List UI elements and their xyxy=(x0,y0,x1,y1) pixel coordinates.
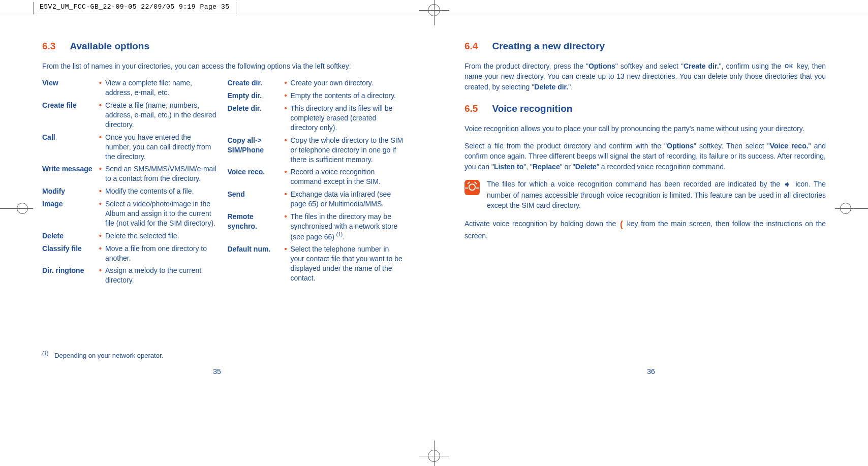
option-term: Write message xyxy=(42,164,99,183)
page-number-right: 36 xyxy=(434,367,868,376)
option-row: Classify fileMove a file from one direct… xyxy=(42,244,219,263)
t: Options xyxy=(667,142,694,150)
call-key-icon: ( xyxy=(620,218,623,231)
speaker-icon xyxy=(784,179,791,190)
paragraph-6-5-2: Select a file from the product directory… xyxy=(464,141,826,172)
option-term: Modify xyxy=(42,187,99,196)
options-col-2: Create dir.Create your own directory.Emp… xyxy=(228,78,404,288)
option-desc: Select a video/photo/image in the Album … xyxy=(99,199,219,228)
option-desc: Once you have entered the number, you ca… xyxy=(99,133,219,162)
t: " a recorded voice recognition command. xyxy=(597,163,726,171)
options-columns: ViewView a complete file: name, address,… xyxy=(42,78,404,288)
option-desc: Create your own directory. xyxy=(285,78,404,88)
option-term: Image xyxy=(42,199,99,228)
option-row: Create fileCreate a file (name, numbers,… xyxy=(42,101,219,130)
option-row: Empty dir.Empty the contents of a direct… xyxy=(228,91,404,101)
t: " or " xyxy=(560,163,575,171)
ok-key-icon: OK xyxy=(785,63,793,71)
option-term: Classify file xyxy=(42,244,99,263)
option-desc: Select the telephone number in your cont… xyxy=(285,244,404,283)
option-desc: Copy the whole directory to the SIM or t… xyxy=(285,136,404,165)
section-number: 6.3 xyxy=(42,41,55,51)
paragraph-6-4: From the product directory, press the "O… xyxy=(464,61,826,92)
section-number: 6.5 xyxy=(464,103,478,114)
t: ", " xyxy=(523,163,533,171)
section-heading-6-4: 6.4Creating a new directory xyxy=(464,41,826,52)
option-row: Dir. ringtoneAssign a melody to the curr… xyxy=(42,266,219,285)
option-term: Empty dir. xyxy=(228,91,285,101)
option-term: Delete dir. xyxy=(228,104,285,133)
option-desc: Assign a melody to the current directory… xyxy=(99,266,219,285)
option-term: Default num. xyxy=(228,244,285,283)
page-36: 6.4Creating a new directory From the pro… xyxy=(434,0,868,466)
section-title: Creating a new directory xyxy=(492,41,605,51)
page-35: 6.3Available options From the list of na… xyxy=(0,0,434,466)
option-desc: Send an SMS/MMS/VMS/IM/e-mail to a conta… xyxy=(99,164,219,183)
option-term: Create dir. xyxy=(228,78,285,88)
option-row: DeleteDelete the selected file. xyxy=(42,231,219,241)
option-desc: This directory and its files will be com… xyxy=(285,104,404,133)
option-row: ImageSelect a video/photo/image in the A… xyxy=(42,199,219,228)
page-number-left: 35 xyxy=(0,367,434,376)
t: Select a file from the product directory… xyxy=(464,142,667,150)
tip-block: The files for which a voice recognition … xyxy=(464,179,826,210)
t: Voice reco. xyxy=(770,142,809,150)
option-row: ModifyModify the contents of a file. xyxy=(42,187,219,196)
option-term: Dir. ringtone xyxy=(42,266,99,285)
t: Delete xyxy=(575,163,597,171)
option-term: Remote synchro. xyxy=(228,212,285,241)
option-row: SendExchange data via infrared (see page… xyxy=(228,190,404,209)
option-term: Send xyxy=(228,190,285,209)
option-desc: Create a file (name, numbers, address, e… xyxy=(99,101,219,130)
t: Listen to xyxy=(494,163,523,171)
footnote: (1)Depending on your network operator. xyxy=(42,351,163,359)
lightbulb-icon xyxy=(464,180,480,195)
option-row: Delete dir.This directory and its files … xyxy=(228,104,404,133)
t: From the product directory, press the " xyxy=(464,62,588,70)
option-term: View xyxy=(42,78,99,98)
t: " softkey and select " xyxy=(615,62,684,70)
option-row: Voice reco.Record a voice recognition co… xyxy=(228,167,404,187)
section-intro: From the list of names in your directori… xyxy=(42,61,404,71)
t: Replace xyxy=(533,163,560,171)
t: Delete dir. xyxy=(534,83,568,91)
option-term: Create file xyxy=(42,101,99,130)
t: Options xyxy=(588,62,615,70)
option-term: Copy all-> SIM/Phone xyxy=(228,136,285,165)
footnote-mark: (1) xyxy=(42,351,48,356)
option-term: Delete xyxy=(42,231,99,241)
option-desc: The files in the directory may be synchr… xyxy=(285,212,404,241)
t: Activate voice recognition by holding do… xyxy=(464,220,619,228)
option-desc: Exchange data via infrared (see page 65)… xyxy=(285,190,404,209)
section-number: 6.4 xyxy=(464,41,478,51)
option-desc: Empty the contents of a directory. xyxy=(285,91,404,101)
section-title: Available options xyxy=(70,41,149,51)
option-term: Call xyxy=(42,133,99,162)
option-term: Voice reco. xyxy=(228,167,285,187)
section-heading-6-3: 6.3Available options xyxy=(42,41,404,52)
option-row: CallOnce you have entered the number, yo… xyxy=(42,133,219,162)
option-row: ViewView a complete file: name, address,… xyxy=(42,78,219,98)
paragraph-6-5-3: Activate voice recognition by holding do… xyxy=(464,218,826,241)
paragraph-6-5-1: Voice recognition allows you to place yo… xyxy=(464,123,826,134)
t: The files for which a voice recognition … xyxy=(487,180,783,188)
t: " softkey. Then select " xyxy=(694,142,770,150)
section-heading-6-5: 6.5Voice recognition xyxy=(464,103,826,114)
t: ", confirm using the xyxy=(719,62,784,70)
options-col-1: ViewView a complete file: name, address,… xyxy=(42,78,219,288)
option-row: Remote synchro.The files in the director… xyxy=(228,212,404,241)
option-row: Write messageSend an SMS/MMS/VMS/IM/e-ma… xyxy=(42,164,219,183)
t: Create dir. xyxy=(684,62,719,70)
option-desc: View a complete file: name, address, e-m… xyxy=(99,78,219,98)
option-desc: Modify the contents of a file. xyxy=(99,187,219,196)
page-spread: 6.3Available options From the list of na… xyxy=(0,0,868,466)
tip-text: The files for which a voice recognition … xyxy=(487,179,826,210)
option-row: Create dir.Create your own directory. xyxy=(228,78,404,88)
t: ". xyxy=(568,83,573,91)
option-row: Copy all-> SIM/PhoneCopy the whole direc… xyxy=(228,136,404,165)
option-desc: Move a file from one directory to anothe… xyxy=(99,244,219,263)
option-desc: Record a voice recognition command excep… xyxy=(285,167,404,187)
section-title: Voice recognition xyxy=(492,103,572,114)
footnote-text: Depending on your network operator. xyxy=(54,352,163,359)
option-desc: Delete the selected file. xyxy=(99,231,219,241)
